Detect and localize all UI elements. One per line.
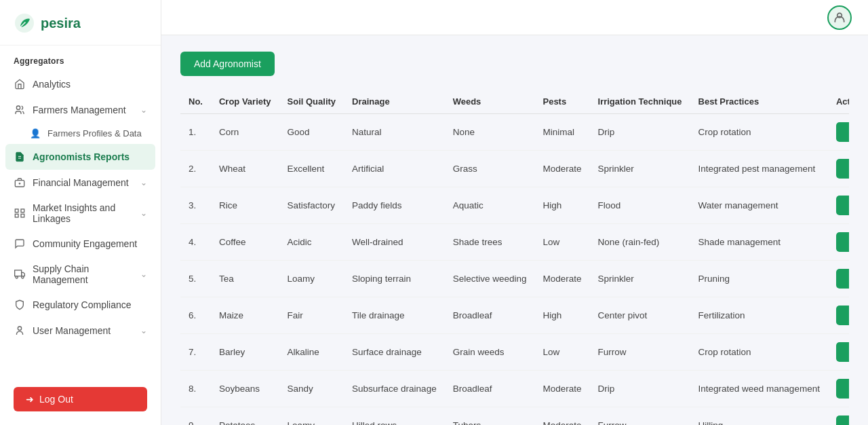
chevron-down-icon: ⌄ (140, 105, 147, 115)
cell-best-practices: Shade management (690, 224, 828, 261)
profile-icon: 👤 (30, 128, 41, 138)
cell-pests: Low (534, 334, 589, 371)
logout-button[interactable]: ➜ Log Out (14, 387, 147, 411)
update-button[interactable]: Update (836, 342, 849, 362)
user-avatar[interactable] (827, 5, 852, 30)
cell-drainage: Subsurface drainage (344, 371, 445, 407)
leaf-logo-icon (14, 12, 35, 34)
market-icon (14, 207, 26, 219)
sidebar-item-farmers-management[interactable]: Farmers Management ⌄ (0, 97, 161, 123)
col-pests: Pests (534, 90, 589, 114)
cell-soil: Alkaline (279, 334, 344, 371)
cell-best-practices: Integrated weed management (690, 371, 828, 407)
update-button[interactable]: Update (836, 232, 849, 252)
table-row: 4. Coffee Acidic Well-drained Shade tree… (180, 224, 849, 261)
cell-weeds: Aquatic (445, 187, 535, 224)
cell-soil: Good (279, 114, 344, 151)
svg-rect-7 (15, 209, 18, 212)
sidebar-item-community-engagement[interactable]: Community Engagement (0, 231, 161, 257)
cell-action: Update (828, 371, 849, 407)
sidebar-item-analytics[interactable]: Analytics (0, 71, 161, 97)
table-row: 5. Tea Loamy Sloping terrain Selective w… (180, 261, 849, 297)
cell-pests: High (534, 187, 589, 224)
cell-best-practices: Pruning (690, 261, 828, 297)
cell-weeds: Broadleaf (445, 371, 535, 407)
update-button[interactable]: Update (836, 306, 849, 325)
svg-rect-8 (21, 209, 24, 212)
sidebar-item-supply-chain[interactable]: Supply Chain Management ⌄ (0, 257, 161, 292)
sidebar-section-label: Aggregators (0, 45, 161, 71)
cell-no: 9. (180, 407, 211, 426)
cell-drainage: Surface drainage (344, 334, 445, 371)
sidebar: pesira Aggregators Analytics Farmers Man… (0, 0, 161, 425)
cell-irrigation: None (rain-fed) (590, 224, 690, 261)
svg-point-1 (16, 106, 20, 109)
logout-label: Log Out (39, 394, 73, 405)
col-actions: Actions (828, 90, 849, 114)
update-button[interactable]: Update (836, 269, 849, 289)
sidebar-item-user-management[interactable]: User Management ⌄ (0, 318, 161, 344)
col-no: No. (180, 90, 211, 114)
cell-action: Update (828, 114, 849, 151)
svg-rect-9 (15, 214, 18, 217)
update-button[interactable]: Update (836, 159, 849, 179)
sidebar-item-regulatory[interactable]: Regulatory Compliance (0, 292, 161, 318)
table-body: 1. Corn Good Natural None Minimal Drip C… (180, 114, 849, 426)
cell-no: 5. (180, 261, 211, 297)
cell-drainage: Sloping terrain (344, 261, 445, 297)
user-icon (14, 325, 26, 337)
update-button[interactable]: Update (836, 196, 849, 215)
logout-arrow-icon: ➜ (26, 394, 34, 405)
cell-no: 8. (180, 371, 211, 407)
sidebar-item-agronomists-reports[interactable]: Agronomists Reports (5, 144, 155, 170)
cell-drainage: Natural (344, 114, 445, 151)
market-insights-label: Market Insights and Linkages (33, 202, 134, 224)
table-row: 6. Maize Fair Tile drainage Broadleaf Hi… (180, 297, 849, 334)
add-agronomist-button[interactable]: Add Agronomist (180, 52, 275, 76)
update-button[interactable]: Update (836, 415, 849, 425)
chevron-down-icon: ⌄ (140, 208, 147, 218)
cell-weeds: Shade trees (445, 224, 535, 261)
farmers-icon (14, 104, 26, 116)
cell-best-practices: Fertilization (690, 297, 828, 334)
agronomists-table: No. Crop Variety Soil Quality Drainage W… (180, 90, 849, 425)
svg-rect-11 (15, 270, 22, 276)
chevron-down-icon: ⌄ (140, 326, 147, 335)
farmers-profiles-label: Farmers Profiles & Data (47, 128, 142, 138)
logo-area: pesira (0, 0, 161, 45)
cell-weeds: Grass (445, 151, 535, 187)
cell-weeds: None (445, 114, 535, 151)
cell-action: Update (828, 224, 849, 261)
content-area: Add Agronomist No. Crop Variety Soil Qua… (161, 35, 868, 425)
cell-soil: Loamy (279, 261, 344, 297)
cell-pests: Moderate (534, 371, 589, 407)
cell-action: Update (828, 261, 849, 297)
cell-drainage: Tile drainage (344, 297, 445, 334)
col-weeds: Weeds (445, 90, 535, 114)
table-row: 7. Barley Alkaline Surface drainage Grai… (180, 334, 849, 371)
cell-irrigation: Furrow (590, 334, 690, 371)
cell-action: Update (828, 297, 849, 334)
analytics-label: Analytics (33, 79, 71, 90)
table-row: 2. Wheat Excellent Artificial Grass Mode… (180, 151, 849, 187)
table-row: 9. Potatoes Loamy Hilled rows Tubers Mod… (180, 407, 849, 426)
update-button[interactable]: Update (836, 379, 849, 399)
table-header: No. Crop Variety Soil Quality Drainage W… (180, 90, 849, 114)
svg-rect-10 (21, 214, 24, 217)
farmers-management-label: Farmers Management (33, 105, 126, 115)
cell-pests: Minimal (534, 114, 589, 151)
sidebar-item-market-insights[interactable]: Market Insights and Linkages ⌄ (0, 196, 161, 231)
report-icon (14, 151, 26, 163)
cell-drainage: Paddy fields (344, 187, 445, 224)
cell-crop: Rice (211, 187, 279, 224)
sidebar-item-farmers-profiles[interactable]: 👤 Farmers Profiles & Data (0, 123, 161, 144)
col-soil-quality: Soil Quality (279, 90, 344, 114)
supply-icon (14, 268, 26, 280)
cell-pests: Moderate (534, 407, 589, 426)
update-button[interactable]: Update (836, 122, 849, 142)
sidebar-item-financial-management[interactable]: Financial Management ⌄ (0, 170, 161, 196)
cell-weeds: Tubers (445, 407, 535, 426)
cell-crop: Barley (211, 334, 279, 371)
cell-crop: Coffee (211, 224, 279, 261)
cell-weeds: Grain weeds (445, 334, 535, 371)
